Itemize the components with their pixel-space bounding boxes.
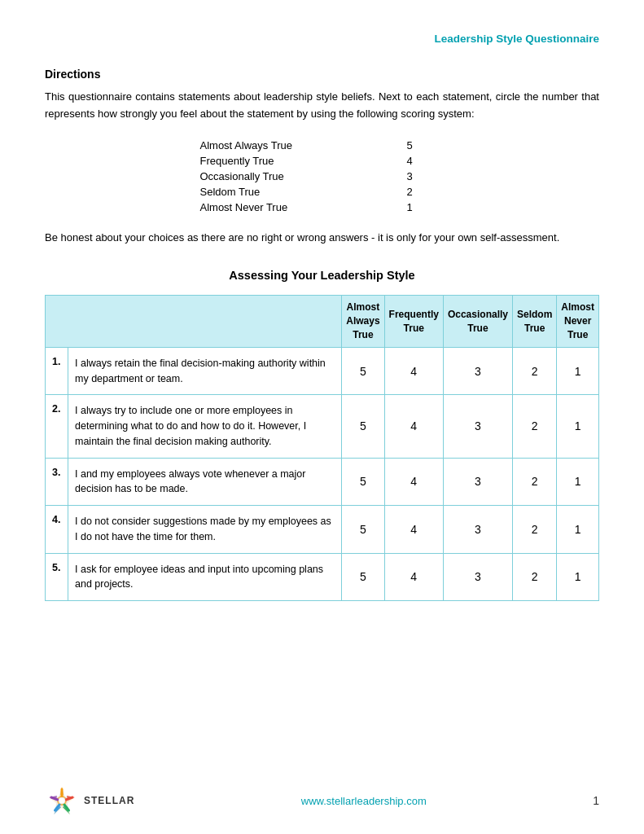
score-cell-3: 3 [443,553,512,601]
honest-text: Be honest about your choices as there ar… [45,230,599,247]
scoring-value: 1 [374,200,452,215]
score-cell-5: 1 [557,458,599,506]
row-number: 1. [46,347,68,395]
score-cell-4: 2 [512,347,556,395]
score-cell-5: 1 [557,347,599,395]
row-statement: I always try to include one or more empl… [68,395,342,458]
footer-logo-area: STELLAR [45,784,134,818]
scoring-row: Almost Never True1 [192,200,453,215]
scoring-label: Frequently True [192,153,375,169]
footer-page-number: 1 [593,794,599,807]
directions-intro: This questionnaire contains statements a… [45,89,599,123]
table-row: 1.I always retain the final decision-mak… [46,347,599,395]
scoring-value: 2 [374,184,452,200]
main-table: AlmostAlwaysTrue FrequentlyTrue Occasion… [45,295,599,601]
score-cell-4: 2 [512,506,556,554]
table-header-row: AlmostAlwaysTrue FrequentlyTrue Occasion… [46,296,599,347]
score-cell-3: 3 [443,395,512,458]
score-cell-2: 4 [384,347,443,395]
scoring-row: Almost Always True5 [192,138,453,153]
score-cell-2: 4 [384,395,443,458]
score-cell-2: 4 [384,553,443,601]
page-header-title: Leadership Style Questionnaire [45,33,599,45]
score-cell-1: 5 [342,506,384,554]
scoring-row: Occasionally True3 [192,169,453,184]
score-cell-4: 2 [512,395,556,458]
scoring-label: Almost Always True [192,138,375,153]
score-cell-1: 5 [342,347,384,395]
scoring-row: Frequently True4 [192,153,453,169]
scoring-label: Almost Never True [192,200,375,215]
scoring-value: 5 [374,138,452,153]
svg-point-13 [59,797,65,804]
score-cell-4: 2 [512,458,556,506]
table-row: 4.I do not consider suggestions made by … [46,506,599,554]
row-number: 3. [46,458,68,506]
score-cell-2: 4 [384,458,443,506]
row-statement: I always retain the final decision-makin… [68,347,342,395]
footer: STELLAR www.stellarleadership.com 1 [0,784,644,818]
scoring-table: Almost Always True5Frequently True4Occas… [192,138,453,215]
score-cell-3: 3 [443,458,512,506]
header-col5: AlmostNeverTrue [557,296,599,347]
scoring-row: Seldom True2 [192,184,453,200]
row-statement: I ask for employee ideas and input into … [68,553,342,601]
scoring-value: 3 [374,169,452,184]
scoring-label: Occasionally True [192,169,375,184]
score-cell-4: 2 [512,553,556,601]
directions-heading: Directions [45,68,599,81]
stellar-logo-icon [45,784,79,818]
row-number: 2. [46,395,68,458]
scoring-value: 4 [374,153,452,169]
score-cell-1: 5 [342,458,384,506]
scoring-label: Seldom True [192,184,375,200]
header-statement [46,296,342,347]
header-col3: OccasionallyTrue [443,296,512,347]
footer-website: www.stellarleadership.com [134,795,593,807]
table-row: 2.I always try to include one or more em… [46,395,599,458]
footer-brand-name: STELLAR [84,795,134,806]
row-number: 5. [46,553,68,601]
score-cell-3: 3 [443,347,512,395]
table-row: 3.I and my employees always vote wheneve… [46,458,599,506]
header-col1: AlmostAlwaysTrue [342,296,384,347]
score-cell-1: 5 [342,553,384,601]
score-cell-5: 1 [557,553,599,601]
score-cell-5: 1 [557,395,599,458]
score-cell-5: 1 [557,506,599,554]
score-cell-1: 5 [342,395,384,458]
table-row: 5.I ask for employee ideas and input int… [46,553,599,601]
score-cell-3: 3 [443,506,512,554]
header-col2: FrequentlyTrue [384,296,443,347]
assessing-title: Assessing Your Leadership Style [45,269,599,282]
header-col4: SeldomTrue [512,296,556,347]
score-cell-2: 4 [384,506,443,554]
page: Leadership Style Questionnaire Direction… [0,0,644,834]
row-statement: I and my employees always vote whenever … [68,458,342,506]
row-number: 4. [46,506,68,554]
row-statement: I do not consider suggestions made by my… [68,506,342,554]
